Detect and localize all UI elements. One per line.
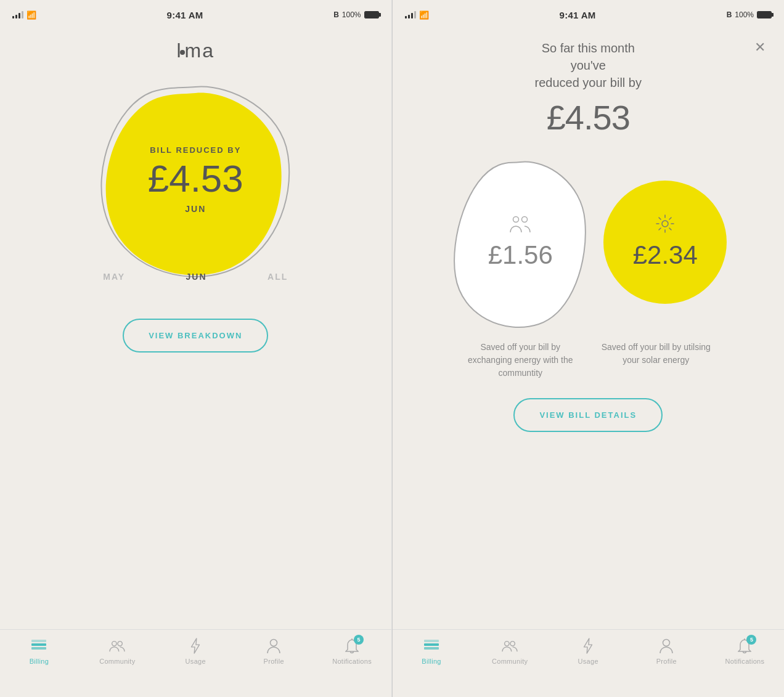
nav-item-notifications-left[interactable]: 5 Notifications	[313, 637, 391, 665]
nav-label-profile-left: Profile	[264, 658, 284, 665]
svg-rect-0	[31, 643, 46, 646]
svg-point-5	[271, 640, 277, 646]
screen-right: 📶 9:41 AM B 100% So far this month you'v…	[393, 0, 785, 697]
close-button[interactable]: ✕	[748, 41, 766, 54]
wifi-icon-right: 📶	[419, 10, 429, 20]
nav-label-usage-right: Usage	[578, 658, 598, 665]
usage-icon-right	[579, 637, 597, 654]
nav-item-community-right[interactable]: Community	[471, 637, 549, 665]
main-blob[interactable]: BILL REDUCED BY £4.53 JUN	[91, 75, 300, 284]
app-logo: lma	[176, 39, 214, 62]
svg-point-22	[663, 640, 670, 646]
profile-icon-left	[265, 637, 282, 654]
status-left: 📶	[12, 10, 36, 20]
status-time-right: 9:41 AM	[560, 10, 596, 20]
notifications-icon-right: 5	[736, 637, 753, 654]
svg-point-4	[118, 642, 122, 646]
svg-line-15	[669, 218, 671, 219]
status-right-left: B 100%	[333, 10, 378, 19]
community-blob-content: £1.56	[488, 214, 553, 270]
status-bar-right: 📶 9:41 AM B 100%	[393, 0, 785, 27]
nav-label-community-right: Community	[492, 658, 528, 665]
bill-amount: £4.53	[148, 160, 243, 198]
signal-icon	[12, 11, 23, 18]
solar-savings-card: £2.34	[603, 181, 727, 304]
nav-item-usage-left[interactable]: Usage	[157, 637, 235, 665]
nav-item-usage-right[interactable]: Usage	[549, 637, 627, 665]
bottom-nav-right: Billing Community Usage	[393, 629, 785, 697]
profile-icon-right	[658, 637, 675, 654]
total-savings-amount: £4.53	[547, 97, 630, 137]
bluetooth-icon-right: B	[727, 10, 732, 19]
community-savings-amount: £1.56	[488, 240, 553, 270]
bottom-nav-left: Billing Community Usage	[0, 629, 391, 697]
usage-icon-left	[187, 637, 204, 654]
blob-content: BILL REDUCED BY £4.53 JUN	[148, 145, 243, 214]
view-bill-details-button[interactable]: VIEW BILL DETAILS	[513, 398, 663, 432]
status-time-left: 9:41 AM	[167, 10, 203, 20]
svg-line-16	[659, 228, 661, 230]
community-icon-right	[501, 637, 518, 654]
notification-badge-right: 5	[746, 635, 756, 645]
header-line2: reduced your bill by	[535, 76, 642, 89]
tab-all[interactable]: ALL	[267, 272, 288, 282]
nav-item-profile-left[interactable]: Profile	[235, 637, 313, 665]
community-icon-left	[108, 637, 126, 654]
nav-item-billing-right[interactable]: Billing	[393, 637, 471, 665]
nav-item-billing-left[interactable]: Billing	[0, 637, 78, 665]
solar-savings-desc: Saved off your bill by utilsing your sol…	[594, 341, 717, 380]
svg-point-8	[662, 221, 668, 227]
nav-item-community-left[interactable]: Community	[78, 637, 157, 665]
status-left-right: 📶	[405, 10, 429, 20]
signal-icon-right	[405, 11, 416, 18]
tab-jun[interactable]: JUN	[186, 272, 207, 282]
nav-label-usage-left: Usage	[186, 658, 206, 665]
right-header: So far this month you've reduced your bi…	[393, 27, 785, 97]
nav-label-profile-right: Profile	[656, 658, 677, 665]
screen-left-content: lma BILL REDUCED BY £4.53 JUN MAY JUN AL…	[0, 27, 391, 629]
active-month: JUN	[148, 204, 243, 214]
svg-rect-1	[31, 647, 46, 650]
svg-point-7	[522, 217, 528, 222]
billing-icon-right	[423, 637, 440, 654]
nav-label-notifications-right: Notifications	[725, 658, 765, 665]
header-line1: So far this month you've	[542, 41, 635, 72]
svg-point-20	[505, 642, 509, 646]
nav-label-billing-right: Billing	[422, 658, 441, 665]
community-savings-icon	[508, 214, 533, 235]
status-right-right: B 100%	[727, 10, 772, 19]
view-breakdown-button[interactable]: VIEW BREAKDOWN	[123, 319, 268, 353]
nav-label-billing-left: Billing	[30, 658, 49, 665]
header-text: So far this month you've reduced your bi…	[529, 39, 647, 91]
battery-pct-left: 100%	[342, 10, 361, 19]
savings-cards-row: £1.56	[393, 153, 785, 332]
nav-item-notifications-right[interactable]: 5 Notifications	[706, 637, 784, 665]
battery-icon-left	[364, 11, 379, 18]
community-savings-desc: Saved off your bill by exchanging energy…	[459, 341, 582, 380]
bill-reduced-label: BILL REDUCED BY	[148, 145, 243, 155]
nav-item-profile-right[interactable]: Profile	[627, 637, 706, 665]
svg-rect-17	[424, 643, 439, 646]
svg-point-21	[510, 642, 515, 646]
svg-rect-2	[31, 640, 46, 642]
logo-dot	[180, 50, 185, 55]
svg-point-6	[513, 217, 519, 222]
screen-left: 📶 9:41 AM B 100% lma BILL REDUCED BY	[0, 0, 392, 697]
nav-label-community-left: Community	[99, 658, 135, 665]
svg-line-14	[669, 228, 671, 230]
wifi-icon: 📶	[27, 10, 36, 20]
community-savings-card: £1.56	[449, 153, 591, 332]
screen-right-content: So far this month you've reduced your bi…	[393, 27, 785, 629]
notification-badge-left: 5	[354, 635, 364, 645]
battery-pct-right: 100%	[735, 10, 754, 19]
time-tabs: MAY JUN ALL	[91, 272, 300, 282]
solar-icon	[656, 214, 674, 235]
svg-rect-18	[424, 647, 439, 650]
svg-rect-19	[424, 640, 439, 642]
savings-descriptions: Saved off your bill by exchanging energy…	[393, 332, 785, 380]
status-bar-left: 📶 9:41 AM B 100%	[0, 0, 391, 27]
battery-icon-right	[757, 11, 772, 18]
tab-may[interactable]: MAY	[103, 272, 125, 282]
notifications-icon-left: 5	[343, 637, 361, 654]
solar-circle-content: £2.34	[633, 214, 698, 270]
